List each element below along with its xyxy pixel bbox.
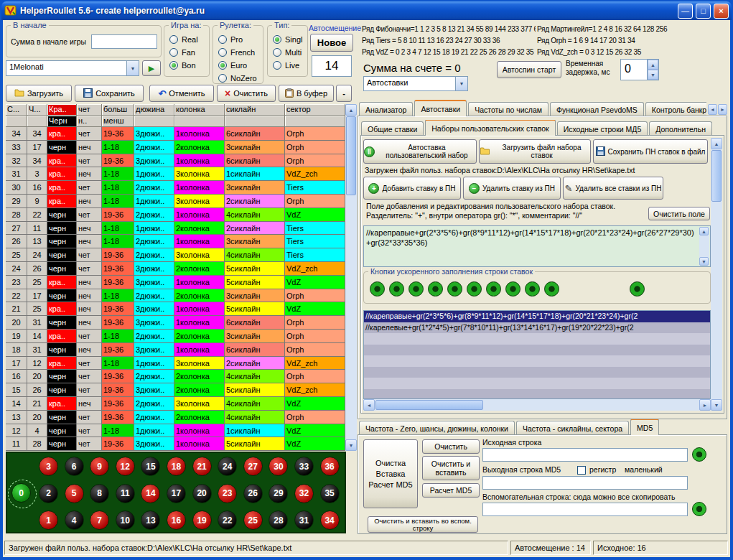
add-bet-button[interactable]: + Добавить ставку в ПН [363,177,461,200]
board-number-33[interactable]: 33 [294,457,314,476]
board-number-2[interactable]: 2 [39,484,58,503]
undo-button[interactable]: ↶ Отменить [149,85,214,102]
board-number-29[interactable]: 29 [269,484,288,503]
start-sum-input[interactable] [91,34,157,49]
board-number-4[interactable]: 4 [65,510,84,530]
md5-calc-button[interactable]: Расчет MD5 [422,483,480,498]
scroll-down-icon[interactable]: ▼ [699,257,709,266]
board-number-21[interactable]: 21 [192,457,212,476]
board-number-26[interactable]: 26 [243,484,263,503]
autospin-start-button[interactable]: Автоспин старт [497,61,561,78]
quick-bet-button-11[interactable] [630,281,645,297]
freq-tab-2[interactable]: MD5 [630,419,659,435]
play-button[interactable]: ▶ [142,60,161,76]
radio-option-Multi[interactable]: Multi [273,46,307,59]
md5-source-go-button[interactable] [692,447,706,462]
radio-option-Euro[interactable]: Euro [218,59,263,72]
main-tab-0[interactable]: Анализатор [359,102,413,116]
main-tab-2[interactable]: Частоты по числам [468,102,548,116]
main-tab-1[interactable]: Автоставки [414,100,467,116]
main-tab-3[interactable]: Функционал PsevdoMS [550,102,644,116]
table-row[interactable]: 1320чернчет19-362дюжи..2колонка4сиклайнO… [6,411,345,424]
radio-option-Live[interactable]: Live [273,59,307,72]
clear-button[interactable]: × Очистить [217,85,276,102]
board-number-3[interactable]: 3 [39,457,58,476]
board-number-24[interactable]: 24 [218,457,237,476]
tabs-scroll-left-icon[interactable]: ◄ [708,104,717,115]
table-row[interactable]: 2613черннеч1-182дюжи..1колонка3сиклайнTi… [6,235,345,248]
radio-option-French[interactable]: French [218,46,263,59]
md5-clear-button[interactable]: Очистить [422,439,480,454]
quick-bet-button-4[interactable] [428,281,443,297]
bets-list-item-1[interactable]: //кареправые+gr(2*3*5*6)+gr(8*9*11*12)+g… [364,311,710,322]
board-number-8[interactable]: 8 [90,484,109,503]
save-button[interactable]: Сохранить [75,85,144,102]
quick-bet-button-8[interactable] [505,281,520,297]
radio-option-NoZero[interactable]: NoZero [218,72,263,85]
radio-option-Fan[interactable]: Fan [169,46,209,59]
board-number-1[interactable]: 1 [39,510,58,530]
board-number-15[interactable]: 15 [141,457,160,476]
clear-field-button[interactable]: Очистить поле [648,207,710,220]
hscroll-thumb[interactable] [375,400,483,410]
bet-edit-field[interactable]: //кареправые+gr(2*3*5*6)+gr(8*9*11*12)+g… [363,225,711,267]
md5-clear-paste-aux-button[interactable]: Очистить и вставить во вспом. строку [368,516,478,533]
board-number-10[interactable]: 10 [116,510,135,530]
board-number-35[interactable]: 35 [320,484,340,503]
autoshift-new-button[interactable]: Новое [310,34,353,52]
delete-all-bets-button[interactable]: ✎ Удалить все ставки из ПН [563,177,663,200]
board-number-17[interactable]: 17 [167,484,186,503]
table-scrollbar[interactable]: ▲ ▼ [345,104,357,451]
save-bet-set-button[interactable]: Сохранить ПН ставок в файл [593,139,708,164]
scroll-right-icon[interactable]: ► [699,399,711,411]
board-number-30[interactable]: 30 [269,457,288,476]
table-row[interactable]: 3317черннеч1-182дюжи..2колонка3сиклайнOr… [6,141,345,154]
quick-bet-button-5[interactable] [447,281,462,297]
table-row[interactable]: 2125кра..неч19-363дюжи..1колонка5сиклайн… [6,302,345,316]
board-number-13[interactable]: 13 [141,510,160,530]
subpanel-scroll-thumb[interactable] [711,150,722,202]
board-number-7[interactable]: 7 [90,510,109,530]
table-row[interactable]: 3234кра..чет19-363дюжи..1колонка6сиклайн… [6,154,345,168]
table-row[interactable]: 3016кра..чет1-182дюжи..1колонка3сиклайнT… [6,181,345,195]
minimize-button[interactable]: — [678,4,693,19]
tabs-scroll-right-icon[interactable]: ► [718,104,727,115]
scroll-up-icon[interactable]: ▲ [699,227,709,235]
autobets-combo[interactable]: Автоставки ▼ [363,76,468,91]
table-row[interactable]: 2325кра..неч19-363дюжи..1колонка5сиклайн… [6,276,345,289]
md5-output-input[interactable] [482,476,688,490]
load-bet-set-button[interactable]: Загрузить файл набора ставок [479,139,591,164]
chevron-down-icon[interactable]: ▼ [455,77,467,90]
table-row[interactable]: 2524чернчет19-362дюжи..3колонка4сиклайнT… [6,248,345,262]
table-row[interactable]: 313кра..неч1-181дюжи..3колонка1сиклайнVd… [6,167,345,181]
quick-bet-button-9[interactable] [525,281,540,297]
table-row[interactable]: 2031черннеч19-363дюжи..1колонка6сиклайнO… [6,316,345,330]
radio-option-Real[interactable]: Real [169,33,209,46]
board-number-28[interactable]: 28 [269,510,288,530]
autobet-user-set-button[interactable]: ‖ Автоставка пользовательский набор [363,139,477,164]
board-number-19[interactable]: 19 [192,510,212,530]
chevron-down-icon[interactable]: ▼ [126,61,139,75]
md5-clear-paste-button[interactable]: Очистить и вставить [422,456,480,480]
board-number-12[interactable]: 12 [116,457,135,476]
quick-bet-button-10[interactable] [544,281,559,297]
sub-tab-0[interactable]: Общие ставки [361,121,424,136]
table-row[interactable]: 2426чернчет19-363дюжи..2колонка5сиклайнV… [6,262,345,276]
board-number-27[interactable]: 27 [243,457,263,476]
scroll-left-icon[interactable]: ◄ [363,399,375,411]
table-row[interactable]: 1620чернчет19-362дюжи..2колонка4сиклайнO… [6,370,345,383]
board-number-14[interactable]: 14 [141,484,160,503]
table-row[interactable]: 1421кра..неч19-362дюжи..3колонка4сиклайн… [6,397,345,411]
board-number-16[interactable]: 16 [167,510,186,530]
radio-option-Pro[interactable]: Pro [218,33,263,46]
board-number-5[interactable]: 5 [65,484,84,503]
board-number-34[interactable]: 34 [320,510,340,530]
subpanel-scrollbar[interactable]: ▲ ▼ [711,138,722,411]
board-number-20[interactable]: 20 [192,484,212,503]
sub-tab-3[interactable]: Дополнительн [649,121,712,136]
spinner-up-icon[interactable]: ▲ [648,60,658,70]
sub-tab-1[interactable]: Наборы пользовательских ставок [425,120,555,136]
table-row[interactable]: 2822чернчет19-362дюжи..1колонка4сиклайнV… [6,208,345,222]
table-row[interactable]: 2217черннеч1-182дюжи..2колонка3сиклайнOr… [6,289,345,303]
board-number-11[interactable]: 11 [116,484,135,503]
